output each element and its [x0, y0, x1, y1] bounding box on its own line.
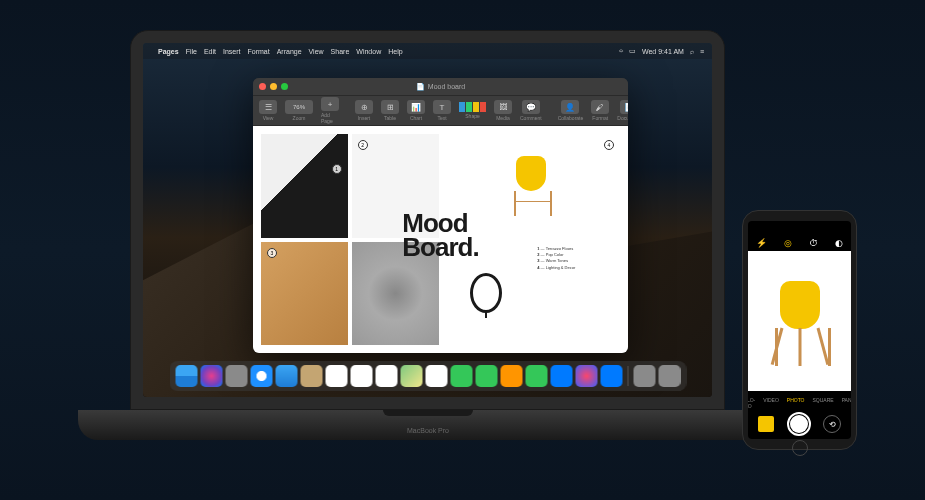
mode-square[interactable]: SQUARE [813, 397, 834, 409]
callout-3: 3 [267, 248, 277, 258]
filters-icon[interactable]: ◐ [835, 238, 843, 248]
iphone-screen: ⚡ ◎ ⏱ ◐ SLO-MO VIDEO PHOTO SQUARE PANO ⟲ [748, 221, 851, 439]
macbook-base: MacBook Pro [78, 410, 778, 440]
tool-shape[interactable]: Shape [459, 102, 486, 119]
notification-center-icon[interactable]: ≡ [700, 48, 704, 55]
menubar-clock[interactable]: Wed 9:41 AM [642, 48, 684, 55]
dock-icon-contacts[interactable] [300, 365, 322, 387]
menubar-item-view[interactable]: View [309, 48, 324, 55]
battery-icon[interactable]: ▭ [629, 47, 636, 55]
document-canvas[interactable]: 1 2 4 3 1 — Terrazzo Floors 2 — Pop Colo… [253, 126, 628, 353]
yellow-chair-image [506, 156, 556, 216]
dock-icon-pages[interactable] [500, 365, 522, 387]
zoom-button[interactable] [281, 83, 288, 90]
dock [169, 361, 686, 391]
menubar-item-insert[interactable]: Insert [223, 48, 241, 55]
dock-icon-trash[interactable] [658, 365, 680, 387]
dock-icon-preferences[interactable] [633, 365, 655, 387]
menubar-item-arrange[interactable]: Arrange [277, 48, 302, 55]
tile-black-chair[interactable]: 1 [261, 134, 348, 238]
pages-window[interactable]: Mood board ☰View 76%Zoom +Add Page ⊕Inse… [253, 78, 628, 353]
iphone: ⚡ ◎ ⏱ ◐ SLO-MO VIDEO PHOTO SQUARE PANO ⟲ [742, 210, 857, 450]
tool-text[interactable]: TText [433, 100, 451, 121]
macbook-screen: Pages File Edit Insert Format Arrange Vi… [143, 43, 712, 397]
tool-table[interactable]: ⊞Table [381, 100, 399, 121]
tool-zoom[interactable]: 76%Zoom [285, 100, 313, 121]
window-title: Mood board [416, 83, 465, 91]
mode-video[interactable]: VIDEO [763, 397, 779, 409]
close-button[interactable] [259, 83, 266, 90]
viewfinder-subject [765, 276, 835, 366]
traffic-lights [259, 83, 288, 90]
menubar-item-edit[interactable]: Edit [204, 48, 216, 55]
dock-icon-notes[interactable] [350, 365, 372, 387]
camera-flip-button[interactable]: ⟲ [823, 415, 841, 433]
dock-icon-calendar[interactable] [325, 365, 347, 387]
dock-icon-mail[interactable] [275, 365, 297, 387]
mode-photo[interactable]: PHOTO [787, 397, 805, 409]
tool-chart[interactable]: 📊Chart [407, 100, 425, 121]
callout-4: 4 [604, 140, 614, 150]
shutter-button[interactable] [787, 412, 811, 436]
dock-separator [627, 366, 628, 386]
menubar-item-share[interactable]: Share [331, 48, 350, 55]
tool-document[interactable]: 📄Document [617, 100, 628, 121]
spotlight-icon[interactable]: ⌕ [690, 48, 694, 55]
dock-icon-photos[interactable] [425, 365, 447, 387]
menubar-item-window[interactable]: Window [356, 48, 381, 55]
menubar-app[interactable]: Pages [158, 48, 179, 55]
window-titlebar[interactable]: Mood board [253, 78, 628, 96]
live-photo-icon[interactable]: ◎ [784, 238, 792, 248]
dock-icon-appstore[interactable] [600, 365, 622, 387]
tool-format[interactable]: 🖌Format [591, 100, 609, 121]
mirror-image [470, 273, 502, 313]
mode-slomo[interactable]: SLO-MO [748, 397, 755, 409]
tool-insert[interactable]: ⊕Insert [355, 100, 373, 121]
menubar-status: ⌔ ▭ Wed 9:41 AM ⌕ ≡ [619, 47, 704, 55]
tile-legend[interactable]: 1 — Terrazzo Floors 2 — Pop Color 3 — Wa… [533, 242, 620, 346]
tool-media[interactable]: 🖼Media [494, 100, 512, 121]
dock-icon-launchpad[interactable] [225, 365, 247, 387]
pages-toolbar: ☰View 76%Zoom +Add Page ⊕Insert ⊞Table 📊… [253, 96, 628, 126]
menubar-item-format[interactable]: Format [247, 48, 269, 55]
document-heading[interactable]: MoodBoard. [402, 212, 478, 259]
dock-icon-messages[interactable] [450, 365, 472, 387]
tool-comment[interactable]: 💬Comment [520, 100, 542, 121]
wifi-icon[interactable]: ⌔ [619, 48, 623, 55]
menubar-item-file[interactable]: File [186, 48, 197, 55]
dock-icon-facetime[interactable] [475, 365, 497, 387]
dock-icon-finder[interactable] [175, 365, 197, 387]
callout-1: 1 [332, 164, 342, 174]
menubar-item-help[interactable]: Help [388, 48, 402, 55]
camera-top-controls: ⚡ ◎ ⏱ ◐ [748, 235, 851, 251]
timer-icon[interactable]: ⏱ [809, 238, 818, 248]
flash-icon[interactable]: ⚡ [756, 238, 767, 248]
camera-modes[interactable]: SLO-MO VIDEO PHOTO SQUARE PANO [748, 397, 851, 409]
menubar: Pages File Edit Insert Format Arrange Vi… [143, 43, 712, 59]
macbook: Pages File Edit Insert Format Arrange Vi… [130, 30, 725, 450]
macbook-label: MacBook Pro [407, 427, 449, 434]
last-photo-thumbnail[interactable] [758, 416, 774, 432]
dock-icon-numbers[interactable] [525, 365, 547, 387]
mode-pano[interactable]: PANO [842, 397, 851, 409]
dock-icon-safari[interactable] [250, 365, 272, 387]
tool-collaborate[interactable]: 👤Collaborate [558, 100, 584, 121]
legend-row: 4 — Lighting & Decor [537, 265, 616, 271]
dock-icon-maps[interactable] [400, 365, 422, 387]
tile-leather-sofa[interactable]: 3 [261, 242, 348, 346]
callout-2: 2 [358, 140, 368, 150]
camera-bottom-controls: ⟲ [748, 409, 851, 439]
macbook-bezel: Pages File Edit Insert Format Arrange Vi… [130, 30, 725, 410]
tool-view[interactable]: ☰View [259, 100, 277, 121]
dock-icon-siri[interactable] [200, 365, 222, 387]
camera-viewfinder[interactable] [748, 251, 851, 391]
home-button[interactable] [792, 440, 808, 456]
minimize-button[interactable] [270, 83, 277, 90]
dock-icon-itunes[interactable] [575, 365, 597, 387]
tool-add-page[interactable]: +Add Page [321, 97, 339, 124]
dock-icon-reminders[interactable] [375, 365, 397, 387]
dock-icon-keynote[interactable] [550, 365, 572, 387]
